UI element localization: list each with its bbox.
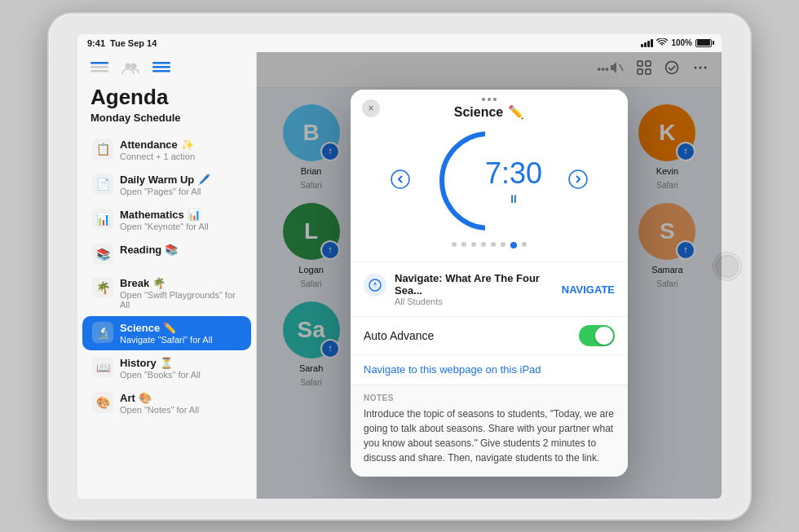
signal-icon — [641, 39, 653, 47]
modal-close-button[interactable]: × — [362, 99, 380, 117]
sidebar-item-science[interactable]: 🔬 Science ✏️ Navigate "Safari" for All — [82, 316, 251, 350]
notes-section: NOTES Introduce the topic of seasons to … — [351, 385, 628, 477]
agenda-title-history: History ⏳ — [120, 357, 241, 369]
sidebar-header: Agenda Monday Schedule — [77, 52, 256, 129]
svg-rect-7 — [152, 70, 170, 73]
agenda-sub-break: Open "Swift Playgrounds" for All — [120, 290, 241, 310]
agenda-sub-science: Navigate "Safari" for All — [120, 335, 241, 345]
sidebar-item-history[interactable]: 📖 History ⏳ Open "Books" for All — [82, 351, 251, 385]
agenda-title-science: Science ✏️ — [120, 322, 241, 334]
timer-pause-icon[interactable]: ⏸ — [508, 192, 519, 205]
modal-menu-dots[interactable] — [482, 98, 497, 101]
timer-ring-svg — [436, 128, 485, 234]
sidebar: Agenda Monday Schedule 📋 Attendance ✨ Co… — [77, 52, 257, 499]
sidebar-item-mathematics[interactable]: 📊 Mathematics 📊 Open "Keynote" for All — [82, 203, 251, 237]
svg-point-50 — [391, 170, 409, 188]
navigate-section: Navigate: What Are The Four Sea... All S… — [351, 262, 628, 316]
sidebar-item-break[interactable]: 🌴 Break 🌴 Open "Swift Playgrounds" for A… — [82, 271, 251, 315]
navigate-compass-icon — [364, 274, 386, 297]
agenda-icon-attendance: 📋 — [92, 138, 113, 160]
agenda-sub-warmup: Open "Pages" for All — [120, 187, 241, 196]
date-display: Tue Sep 14 — [110, 38, 157, 48]
navigate-link-section: Navigate to this webpage on this iPad — [351, 354, 628, 385]
svg-point-54 — [369, 279, 381, 291]
sidebar-item-attendance[interactable]: 📋 Attendance ✨ Connect + 1 action — [82, 133, 251, 167]
auto-advance-toggle[interactable] — [579, 325, 615, 346]
timer-next-button[interactable] — [568, 169, 588, 193]
agenda-icon-art: 🎨 — [92, 392, 113, 413]
auto-advance-section: Auto Advance — [351, 316, 628, 354]
agenda-title-reading: Reading 📚 — [120, 244, 241, 256]
battery-icon — [695, 39, 712, 47]
ipad-frame: 9:41 Tue Sep 14 100% — [49, 14, 750, 519]
svg-rect-1 — [90, 66, 108, 68]
agenda-icon-warmup: 📄 — [92, 174, 113, 195]
sidebar-toggle-icon[interactable] — [90, 62, 108, 78]
agenda-icon-break: 🌴 — [92, 277, 113, 298]
sidebar-item-art[interactable]: 🎨 Art 🎨 Open "Notes" for All — [82, 386, 251, 420]
notes-text: Introduce the topic of seasons to studen… — [364, 407, 615, 465]
wifi-icon — [656, 38, 668, 48]
battery-percentage: 100% — [671, 38, 692, 47]
ipad-screen: 9:41 Tue Sep 14 100% — [77, 34, 722, 499]
svg-point-52 — [442, 134, 485, 228]
svg-point-4 — [131, 63, 137, 68]
notes-label: NOTES — [364, 394, 615, 402]
timer-ring: 7:30 ⏸ — [436, 128, 542, 234]
timer-display: 7:30 ⏸ — [485, 156, 542, 205]
sidebar-item-reading[interactable]: 📚 Reading 📚 — [82, 238, 251, 270]
agenda-sub-attendance: Connect + 1 action — [120, 152, 241, 161]
navigate-sub: All Students — [395, 297, 562, 306]
agenda-icon-history: 📖 — [92, 357, 113, 378]
agenda-sub-art: Open "Notes" for All — [120, 405, 241, 415]
sidebar-item-warmup[interactable]: 📄 Daily Warm Up 🖊️ Open "Pages" for All — [82, 168, 251, 202]
svg-point-3 — [126, 63, 131, 68]
agenda-title-warmup: Daily Warm Up 🖊️ — [120, 174, 241, 186]
agenda-icon-science: 🔬 — [92, 322, 113, 343]
svg-point-51 — [442, 134, 485, 228]
auto-advance-label: Auto Advance — [364, 329, 434, 342]
sidebar-nav-icons — [90, 62, 243, 78]
sidebar-subtitle: Monday Schedule — [90, 112, 243, 124]
list-icon[interactable] — [152, 62, 170, 78]
people-icon[interactable] — [121, 62, 139, 78]
status-left: 9:41 Tue Sep 14 — [87, 38, 157, 48]
svg-rect-0 — [90, 62, 108, 64]
agenda-sub-history: Open "Books" for All — [120, 370, 241, 380]
time-display: 9:41 — [87, 38, 105, 48]
status-bar: 9:41 Tue Sep 14 100% — [77, 34, 722, 52]
science-modal: × Science ✏️ — [351, 90, 628, 477]
svg-rect-6 — [152, 66, 170, 68]
main-area: ••• — [257, 52, 722, 499]
timer-page-dots — [452, 242, 527, 248]
timer-prev-button[interactable] — [391, 169, 410, 193]
app-content: Agenda Monday Schedule 📋 Attendance ✨ Co… — [77, 52, 722, 499]
svg-marker-56 — [373, 285, 377, 288]
modal-overlay: × Science ✏️ — [257, 52, 722, 499]
agenda-icon-mathematics: 📊 — [92, 209, 113, 230]
agenda-sub-mathematics: Open "Keynote" for All — [120, 222, 241, 231]
navigate-link[interactable]: Navigate to this webpage on this iPad — [364, 363, 541, 376]
agenda-icon-reading: 📚 — [92, 244, 113, 265]
status-right: 100% — [641, 38, 712, 48]
agenda-title-mathematics: Mathematics 📊 — [120, 209, 241, 221]
sidebar-list: 📋 Attendance ✨ Connect + 1 action 📄 Dail… — [77, 129, 256, 499]
svg-point-53 — [569, 170, 587, 188]
timer-section: 7:30 ⏸ — [351, 120, 628, 262]
navigate-title: Navigate: What Are The Four Sea... — [395, 272, 562, 297]
svg-rect-2 — [90, 70, 108, 73]
svg-marker-55 — [373, 282, 377, 285]
pencil-icon: ✏️ — [508, 104, 524, 120]
agenda-title-art: Art 🎨 — [120, 392, 241, 404]
navigate-button[interactable]: NAVIGATE — [562, 284, 615, 296]
modal-title: Science ✏️ — [454, 104, 524, 120]
svg-rect-5 — [152, 62, 170, 64]
agenda-title-break: Break 🌴 — [120, 277, 241, 289]
agenda-title-attendance: Attendance ✨ — [120, 138, 241, 151]
sidebar-title: Agenda — [90, 85, 243, 110]
